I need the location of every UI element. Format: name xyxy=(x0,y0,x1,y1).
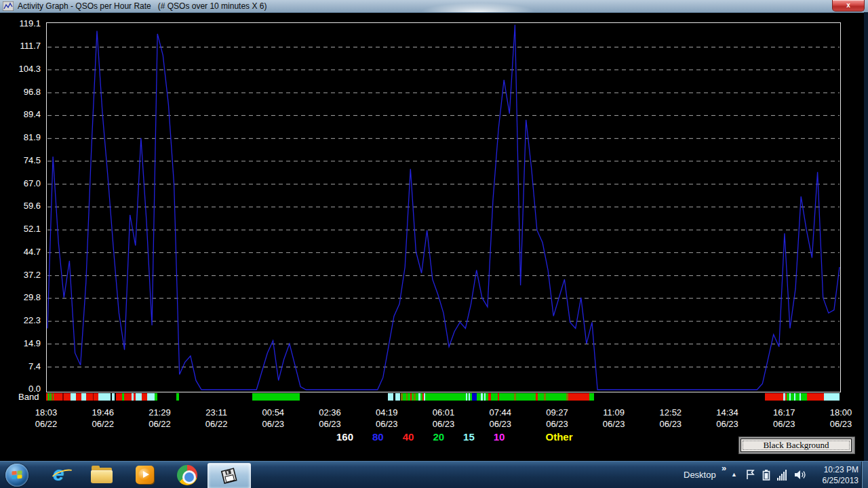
x-tick-label: 14:34 06/23 xyxy=(716,407,738,430)
x-tick-label: 18:03 06/22 xyxy=(35,407,58,430)
y-tick-label: 67.0 xyxy=(0,178,41,188)
x-tick-label: 16:17 06/23 xyxy=(773,407,795,430)
band-segment xyxy=(546,393,566,401)
x-tick-label: 00:54 06/23 xyxy=(262,407,285,430)
x-tick-label: 04:19 06/23 xyxy=(376,407,398,430)
y-tick-label: 22.3 xyxy=(0,315,41,325)
y-tick-label: 89.4 xyxy=(0,109,41,119)
black-background-button[interactable]: Black Background xyxy=(741,439,852,452)
x-tick-label: 11:09 06/23 xyxy=(603,407,625,430)
band-segment xyxy=(589,393,594,401)
y-tick-label: 37.2 xyxy=(0,270,41,280)
button-panel: Black Background xyxy=(738,436,855,454)
show-hidden-icons-arrow[interactable]: ▲ xyxy=(731,471,737,478)
band-segment xyxy=(388,393,393,401)
battery-icon[interactable] xyxy=(762,470,770,481)
x-tick-label: 18:00 06/23 xyxy=(830,407,852,430)
x-tick-label: 19:46 06/22 xyxy=(92,407,114,430)
y-tick-label: 96.8 xyxy=(0,87,41,97)
chrome-icon[interactable] xyxy=(176,465,198,485)
window-right-frame xyxy=(864,12,868,461)
band-segment xyxy=(124,393,132,401)
legend-item-15: 15 xyxy=(463,431,475,443)
y-tick-label: 111.7 xyxy=(0,41,41,51)
y-tick-label: 52.1 xyxy=(0,224,41,234)
windows-flag-icon xyxy=(12,470,22,480)
band-segment xyxy=(76,393,81,401)
window-titlebar[interactable]: Activity Graph - QSOs per Hour Rate (# Q… xyxy=(0,0,868,13)
network-signal-icon[interactable] xyxy=(777,470,787,481)
x-tick-label: 09:27 06/23 xyxy=(546,407,568,430)
y-tick-label: 81.9 xyxy=(0,132,41,142)
band-segment xyxy=(491,393,498,401)
band-segment xyxy=(252,393,300,401)
volume-icon[interactable] xyxy=(795,470,806,480)
band-segment xyxy=(94,393,98,401)
x-tick-label: 07:44 06/23 xyxy=(489,407,511,430)
show-desktop-button[interactable] xyxy=(861,462,868,488)
band-legend: 1608040201510Other xyxy=(336,431,572,443)
x-tick-label: 23:11 06/22 xyxy=(205,407,228,430)
band-segment xyxy=(395,393,400,401)
band-segment xyxy=(425,393,466,401)
taskbar-clock[interactable]: 10:23 PM 6/25/2013 xyxy=(811,464,859,486)
band-segment xyxy=(824,393,840,401)
band-segment xyxy=(568,393,589,401)
y-tick-label: 7.4 xyxy=(0,361,41,371)
qso-rate-svg xyxy=(47,23,840,392)
band-segment xyxy=(801,393,807,401)
activity-graph-icon xyxy=(3,1,14,11)
band-segment xyxy=(98,393,111,401)
legend-item-20: 20 xyxy=(433,431,444,443)
clock-time: 10:23 PM xyxy=(811,464,859,475)
band-segment xyxy=(64,393,71,401)
y-tick-label: 14.9 xyxy=(0,338,41,348)
legend-item-80: 80 xyxy=(372,431,384,443)
qso-rate-plot xyxy=(46,22,841,392)
y-tick-label: 59.6 xyxy=(0,201,41,211)
band-segment xyxy=(112,393,115,401)
internet-explorer-icon[interactable]: e xyxy=(52,465,73,485)
legend-item-40: 40 xyxy=(403,431,414,443)
band-segment xyxy=(765,393,783,401)
band-segment xyxy=(81,393,86,401)
legend-item-other: Other xyxy=(545,431,572,443)
band-segment xyxy=(86,393,93,401)
logger-app-taskbar-button[interactable] xyxy=(208,463,251,488)
windows-explorer-icon[interactable] xyxy=(91,465,113,485)
band-segment xyxy=(807,393,824,401)
y-tick-label: 74.5 xyxy=(0,155,41,165)
legend-item-160: 160 xyxy=(336,431,353,443)
x-tick-label: 12:52 06/23 xyxy=(660,407,682,430)
band-segment xyxy=(147,393,155,401)
band-segment xyxy=(472,393,477,401)
titlebar-glow xyxy=(420,3,536,12)
media-player-icon[interactable] xyxy=(134,465,156,485)
desktop-toolbar-label[interactable]: Desktop xyxy=(684,470,716,480)
window-title: Activity Graph - QSOs per Hour Rate (# Q… xyxy=(18,1,267,11)
close-button[interactable]: x xyxy=(832,0,865,12)
play-icon xyxy=(143,471,149,478)
taskbar: e Desktop xyxy=(0,461,868,488)
y-tick-label: 29.8 xyxy=(0,292,41,302)
band-axis-label: Band xyxy=(18,392,39,402)
clock-date: 6/25/2013 xyxy=(811,475,859,486)
band-segment xyxy=(155,393,157,401)
action-center-flag-icon[interactable] xyxy=(746,470,755,480)
toolbar-chevron-icon[interactable]: » xyxy=(722,463,726,473)
band-segment xyxy=(136,393,142,401)
floppy-disk-icon xyxy=(220,468,238,485)
band-segment xyxy=(142,393,147,401)
band-segment xyxy=(516,393,536,401)
screen: Activity Graph - QSOs per Hour Rate (# Q… xyxy=(0,0,868,488)
band-strip xyxy=(46,393,840,401)
y-tick-label: 119.1 xyxy=(0,18,41,28)
band-segment xyxy=(499,393,514,401)
band-segment xyxy=(176,393,179,401)
start-button[interactable] xyxy=(5,464,28,487)
x-tick-label: 21:29 06/22 xyxy=(149,407,171,430)
band-segment xyxy=(54,393,62,401)
legend-item-10: 10 xyxy=(494,431,505,443)
band-segment xyxy=(538,393,544,401)
system-tray: Desktop » ▲ 10:23 PM 6/25/2013 xyxy=(671,462,868,488)
